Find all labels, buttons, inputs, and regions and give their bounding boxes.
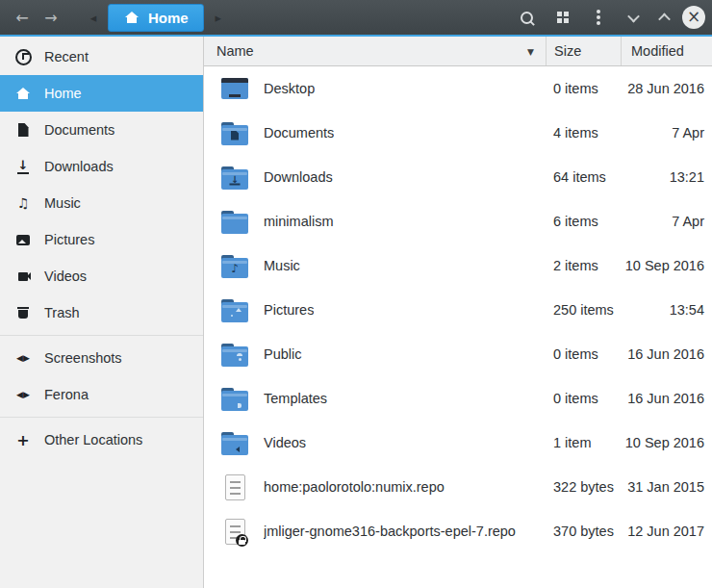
file-size: 322 bytes — [546, 479, 621, 495]
close-button[interactable]: × — [682, 6, 705, 29]
file-name: Desktop — [264, 81, 315, 96]
file-name: Templates — [264, 391, 327, 406]
table-row[interactable]: minimalism6 items7 Apr — [204, 199, 712, 243]
file-size: 4 items — [546, 125, 621, 141]
column-header-modified[interactable]: Modified — [621, 37, 712, 65]
file-modified: 28 Jun 2016 — [621, 81, 712, 96]
file-modified: 13:21 — [621, 169, 712, 185]
menu-button[interactable] — [580, 3, 616, 32]
table-row[interactable]: Videos1 item10 Sep 2016 — [204, 421, 712, 465]
file-name: Music — [264, 258, 300, 273]
view-grid-button[interactable] — [545, 3, 580, 32]
chevron-up-icon — [658, 13, 671, 25]
file-modified: 7 Apr — [621, 125, 712, 141]
file-name: Downloads — [264, 169, 333, 185]
folder-public-icon — [219, 339, 250, 370]
text-file-icon — [219, 472, 250, 502]
file-size: 370 bytes — [546, 524, 621, 539]
sidebar-item-label: Trash — [44, 305, 80, 320]
sidebar-item-downloads[interactable]: Downloads — [0, 148, 203, 185]
folder-plain-icon — [219, 206, 250, 237]
table-row[interactable]: Documents4 items7 Apr — [204, 111, 712, 155]
folder-pictures-icon — [219, 294, 250, 325]
column-header-size[interactable]: Size — [546, 37, 621, 65]
sidebar-item-pictures[interactable]: Pictures — [0, 221, 203, 258]
table-row[interactable]: jmliger-gnome316-backports-epel-7.repo37… — [204, 509, 712, 553]
table-row[interactable]: Pictures250 items13:54 — [204, 288, 712, 332]
column-size-label: Size — [554, 43, 581, 59]
file-modified: 7 Apr — [621, 214, 712, 229]
forward-button[interactable]: → — [37, 3, 65, 32]
folder-documents-icon — [219, 117, 250, 148]
file-name: Documents — [264, 125, 334, 141]
column-header-name[interactable]: Name ▼ — [204, 37, 546, 65]
chevron-right-icon: ▸ — [215, 11, 221, 25]
home-icon — [14, 85, 32, 102]
sidebar-item-ferona[interactable]: Ferona — [0, 376, 203, 413]
file-name: Videos — [264, 435, 306, 450]
minimize-button[interactable] — [616, 3, 651, 32]
file-size: 0 items — [546, 346, 621, 362]
sidebar-item-label: Other Locations — [44, 432, 142, 447]
sidebar-separator — [0, 417, 203, 418]
window-content: RecentHomeDocumentsDownloadsMusicPicture… — [0, 37, 712, 588]
recent-icon — [14, 48, 32, 65]
file-size: 250 items — [546, 302, 621, 318]
table-row[interactable]: home:paolorotolo:numix.repo322 bytes31 J… — [204, 465, 712, 509]
picture-icon — [14, 231, 32, 248]
sidebar-item-recent[interactable]: Recent — [0, 38, 203, 75]
sidebar-item-videos[interactable]: Videos — [0, 258, 203, 294]
text-file-lock-icon — [219, 516, 250, 547]
lock-emblem-icon — [236, 534, 248, 547]
folder-downloads-icon — [219, 162, 250, 192]
file-size: 1 item — [546, 435, 621, 450]
path-scroll-right-button[interactable]: ▸ — [208, 3, 229, 32]
titlebar: ← → ◂ Home ▸ — [0, 0, 712, 37]
table-row[interactable]: Public0 items16 Jun 2016 — [204, 332, 712, 376]
sidebar-item-other-locations[interactable]: Other Locations — [0, 422, 203, 458]
sidebar-item-label: Ferona — [44, 387, 89, 402]
file-name: Public — [264, 346, 302, 362]
file-modified: 10 Sep 2016 — [621, 258, 712, 273]
sidebar-item-trash[interactable]: Trash — [0, 294, 203, 331]
sidebar-item-label: Downloads — [44, 159, 114, 174]
sidebar-item-label: Home — [44, 86, 82, 101]
maximize-button[interactable] — [651, 3, 676, 32]
file-modified: 16 Jun 2016 — [621, 346, 712, 362]
path-scroll-left-button[interactable]: ◂ — [83, 3, 104, 32]
grid-view-icon — [557, 12, 569, 23]
download-icon — [14, 158, 32, 175]
table-row[interactable]: Templates0 items16 Jun 2016 — [204, 376, 712, 421]
file-manager-window: ← → ◂ Home ▸ — [0, 0, 712, 588]
table-row[interactable]: Music2 items10 Sep 2016 — [204, 243, 712, 288]
sidebar-item-documents[interactable]: Documents — [0, 112, 203, 148]
chevron-down-icon — [627, 10, 640, 22]
file-size: 0 items — [546, 391, 621, 406]
list-column-headers: Name ▼ Size Modified — [204, 37, 712, 66]
file-modified: 10 Sep 2016 — [621, 435, 712, 450]
sidebar-item-label: Screenshots — [44, 350, 122, 366]
folder-videos-icon — [219, 427, 250, 458]
back-icon: ← — [15, 9, 28, 27]
search-button[interactable] — [509, 3, 545, 32]
titlebar-actions: × — [509, 3, 705, 32]
column-modified-label: Modified — [631, 43, 684, 59]
folder-templates-icon — [219, 383, 250, 414]
file-size: 0 items — [546, 81, 621, 96]
close-icon: × — [687, 7, 700, 26]
plus-icon — [14, 431, 32, 448]
file-list: Desktop0 items28 Jun 2016Documents4 item… — [204, 66, 712, 588]
table-row[interactable]: Desktop0 items28 Jun 2016 — [204, 66, 712, 111]
sidebar-item-screenshots[interactable]: Screenshots — [0, 340, 203, 376]
table-row[interactable]: Downloads64 items13:21 — [204, 155, 712, 199]
folder-music-icon — [219, 250, 250, 281]
trash-icon — [14, 304, 32, 321]
chevron-left-icon: ◂ — [90, 11, 97, 25]
pathbar-home-button[interactable]: Home — [108, 4, 204, 32]
file-modified: 12 Jun 2017 — [621, 524, 712, 539]
back-button[interactable]: ← — [8, 3, 37, 32]
sidebar-item-label: Music — [44, 195, 81, 211]
sidebar-item-home[interactable]: Home — [0, 75, 203, 112]
desktop-icon — [219, 73, 250, 104]
sidebar-item-music[interactable]: Music — [0, 185, 203, 221]
